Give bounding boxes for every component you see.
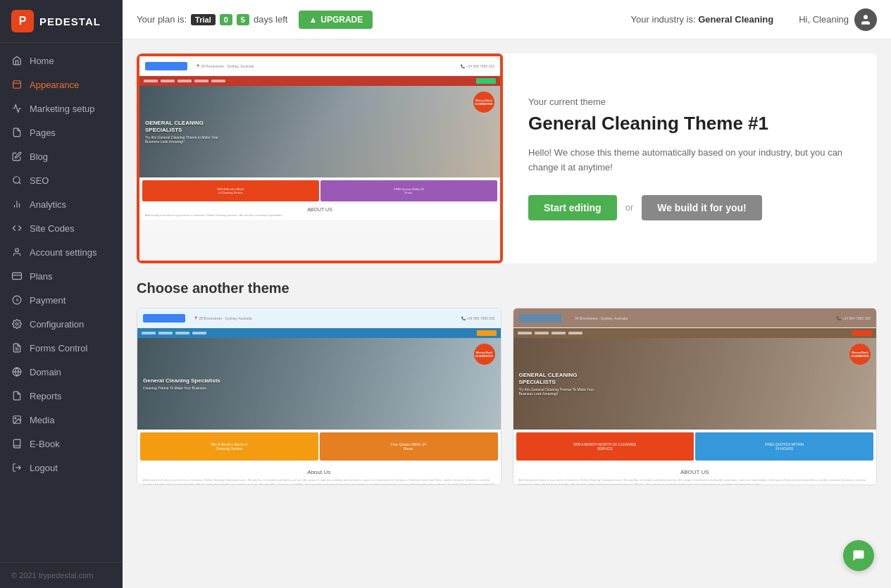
or-label: or — [625, 202, 634, 213]
fake-nav-item — [194, 80, 208, 82]
industry-info: Your industry is: General Cleaning — [631, 14, 774, 25]
sidebar-label-seo: SEO — [30, 175, 49, 186]
sidebar-label-account: Account settings — [30, 247, 96, 258]
home-icon — [11, 55, 23, 66]
pages-icon — [11, 127, 23, 138]
svg-point-16 — [15, 418, 16, 419]
topbar: Your plan is: Trial 0 5 days left ▲ UPGR… — [123, 0, 891, 39]
appearance-icon — [11, 79, 23, 90]
sidebar-label-marketing: Marketing setup — [30, 104, 95, 114]
theme-preview-image: 📍 28 Brookstreet - Sydney, Australia 📞 +… — [139, 56, 500, 261]
sidebar-item-blog[interactable]: Blog — [0, 144, 123, 168]
sidebar-label-analytics: Analytics — [30, 199, 66, 210]
sidebar-label-media: Media — [30, 415, 54, 425]
theme-card-1[interactable]: 📍 28 Brookstreet - Sydney, Australia 📞 +… — [137, 308, 501, 485]
chat-button[interactable] — [843, 540, 874, 571]
main-content: Your plan is: Trial 0 5 days left ▲ UPGR… — [123, 0, 891, 588]
theme-card-preview-2: 📍 34 Brookstreet - Sydney, Australia 📞 +… — [513, 308, 877, 484]
sidebar-label-forms: Forms Control — [30, 343, 87, 354]
svg-rect-0 — [13, 81, 21, 89]
sidebar-item-media[interactable]: Media — [0, 408, 123, 432]
plan-badge: Trial — [191, 14, 216, 25]
build-it-button[interactable]: We build it for you! — [642, 195, 762, 220]
ebook-icon — [11, 438, 23, 449]
fake-hero-blue: General Cleaning Specialists Cleaning Th… — [137, 338, 501, 430]
upgrade-button[interactable]: ▲ UPGRADE — [299, 11, 373, 29]
sidebar-item-pages[interactable]: Pages — [0, 120, 123, 144]
sidebar-label-home: Home — [30, 56, 54, 66]
app-name: PEDESTAL — [39, 15, 101, 27]
sidebar-label-pages: Pages — [30, 127, 56, 138]
sidebar-item-seo[interactable]: SEO — [0, 168, 123, 192]
sidebar-item-home[interactable]: Home — [0, 49, 123, 73]
analytics-icon — [11, 199, 23, 210]
sidebar-label-blog: Blog — [30, 151, 48, 162]
sidebar-item-payment[interactable]: Payment — [0, 288, 123, 312]
sidebar-item-analytics[interactable]: Analytics — [0, 192, 123, 216]
fake-banners: WIN A Month's Worthof Cleaning Service F… — [139, 177, 500, 204]
logout-icon — [11, 462, 23, 473]
sidebar-label-appearance: Appearance — [30, 80, 79, 90]
svg-point-10 — [15, 323, 18, 325]
sidebar-item-appearance[interactable]: Appearance — [0, 73, 123, 96]
plans-icon — [11, 270, 23, 282]
fake-banners-blue: Win A Month's Worth ofCleaning Service F… — [137, 430, 501, 463]
theme-preview: 📍 28 Brookstreet - Sydney, Australia 📞 +… — [137, 54, 503, 263]
fake-hero-text: GENERAL CLEANINGSPECIALISTS Try this Gen… — [145, 120, 218, 144]
sidebar-label-ebook: E-Book — [30, 439, 60, 449]
fake-site-blue: 📍 28 Brookstreet - Sydney, Australia 📞 +… — [137, 308, 501, 484]
config-icon — [11, 318, 23, 330]
theme-description: Hello! We chose this theme automatically… — [528, 146, 852, 175]
sidebar-item-reports[interactable]: Reports — [0, 384, 123, 408]
sidebar-item-ebook[interactable]: E-Book — [0, 432, 123, 456]
fake-hero-brown: GENERAL CLEANINGSPECIALISTS Try this Gen… — [513, 338, 877, 430]
fake-header: 📍 28 Brookstreet - Sydney, Australia 📞 +… — [139, 56, 500, 76]
theme-current-label: Your current theme — [528, 96, 852, 107]
plan-info: Your plan is: Trial 0 5 days left — [137, 14, 287, 25]
theme-actions: Start editing or We build it for you! — [528, 195, 852, 220]
sidebar-item-logout[interactable]: Logout — [0, 456, 123, 480]
sidebar-item-plans[interactable]: Plans — [0, 264, 123, 288]
sidebar-item-account[interactable]: Account settings — [0, 240, 123, 264]
svg-point-1 — [13, 177, 20, 183]
marketing-icon — [11, 103, 23, 114]
user-info: Hi, Cleaning — [799, 8, 877, 31]
sidebar-item-forms[interactable]: Forms Control — [0, 336, 123, 360]
upgrade-icon: ▲ — [309, 15, 317, 25]
domain-icon — [11, 366, 23, 377]
sidebar-item-domain[interactable]: Domain — [0, 360, 123, 384]
fake-hero: GENERAL CLEANINGSPECIALISTS Try this Gen… — [139, 86, 500, 177]
fake-logo — [145, 62, 187, 70]
fake-guarantee-badge: Money BackGUARANTEE — [473, 92, 494, 113]
svg-line-2 — [19, 182, 21, 184]
days-badge: 0 — [220, 14, 232, 25]
seo-icon — [11, 175, 23, 186]
logo-icon: P — [11, 10, 34, 32]
forms-icon — [11, 342, 23, 354]
svg-rect-7 — [13, 273, 22, 279]
start-editing-button[interactable]: Start editing — [528, 195, 617, 220]
fake-nav — [139, 76, 500, 86]
fake-nav-btn — [476, 78, 496, 84]
current-theme-section: 📍 28 Brookstreet - Sydney, Australia 📞 +… — [137, 54, 877, 263]
fake-header-blue: 📍 28 Brookstreet - Sydney, Australia 📞 +… — [137, 308, 501, 328]
sidebar-label-reports: Reports — [30, 391, 62, 401]
theme-card-preview-1: 📍 28 Brookstreet - Sydney, Australia 📞 +… — [137, 308, 501, 484]
sidebar-item-marketing[interactable]: Marketing setup — [0, 96, 123, 120]
sidebar-label-sitecodes: Site Codes — [30, 223, 75, 234]
sidebar-item-configuration[interactable]: Configuration — [0, 312, 123, 336]
sidebar-label-plans: Plans — [30, 271, 53, 282]
fake-banners-brown: WIN A MONTH WORTH OF CLEANINGSERVICE FRE… — [513, 430, 877, 463]
sidebar-footer: © 2021 trypedestal.com — [0, 562, 123, 588]
chat-icon — [852, 549, 866, 563]
sidebar-item-sitecodes[interactable]: Site Codes — [0, 216, 123, 240]
theme-grid: 📍 28 Brookstreet - Sydney, Australia 📞 +… — [137, 308, 877, 485]
days-count-badge: 5 — [237, 14, 249, 25]
avatar — [854, 8, 877, 31]
fake-nav-item — [161, 80, 175, 82]
fake-nav-brown — [513, 328, 877, 338]
theme-card-2[interactable]: 📍 34 Brookstreet - Sydney, Australia 📞 +… — [513, 308, 878, 485]
fake-nav-item — [144, 80, 158, 82]
blog-icon — [11, 151, 23, 162]
fake-site-brown: 📍 34 Brookstreet - Sydney, Australia 📞 +… — [513, 308, 877, 484]
